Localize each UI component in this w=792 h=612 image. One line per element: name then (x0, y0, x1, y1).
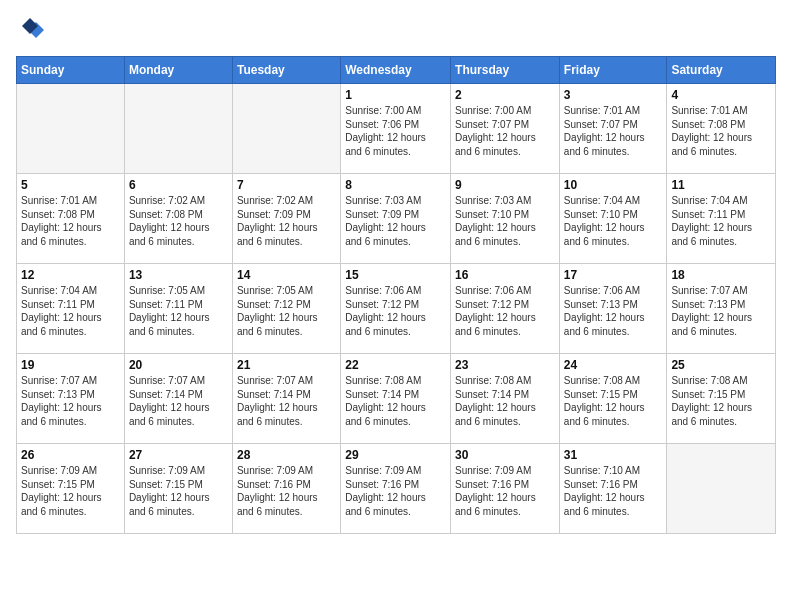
day-number: 13 (129, 268, 228, 282)
calendar-cell (667, 444, 776, 534)
day-number: 9 (455, 178, 555, 192)
day-number: 7 (237, 178, 336, 192)
calendar-cell: 17Sunrise: 7:06 AM Sunset: 7:13 PM Dayli… (559, 264, 667, 354)
calendar-cell: 30Sunrise: 7:09 AM Sunset: 7:16 PM Dayli… (451, 444, 560, 534)
day-number: 1 (345, 88, 446, 102)
day-info: Sunrise: 7:04 AM Sunset: 7:11 PM Dayligh… (21, 284, 120, 338)
day-number: 5 (21, 178, 120, 192)
day-number: 18 (671, 268, 771, 282)
calendar-cell: 15Sunrise: 7:06 AM Sunset: 7:12 PM Dayli… (341, 264, 451, 354)
calendar-cell: 20Sunrise: 7:07 AM Sunset: 7:14 PM Dayli… (124, 354, 232, 444)
day-info: Sunrise: 7:08 AM Sunset: 7:14 PM Dayligh… (345, 374, 446, 428)
day-number: 12 (21, 268, 120, 282)
calendar-cell: 8Sunrise: 7:03 AM Sunset: 7:09 PM Daylig… (341, 174, 451, 264)
day-info: Sunrise: 7:00 AM Sunset: 7:06 PM Dayligh… (345, 104, 446, 158)
calendar-cell: 18Sunrise: 7:07 AM Sunset: 7:13 PM Dayli… (667, 264, 776, 354)
day-info: Sunrise: 7:08 AM Sunset: 7:15 PM Dayligh… (671, 374, 771, 428)
weekday-header-tuesday: Tuesday (232, 57, 340, 84)
day-info: Sunrise: 7:02 AM Sunset: 7:08 PM Dayligh… (129, 194, 228, 248)
calendar-cell: 3Sunrise: 7:01 AM Sunset: 7:07 PM Daylig… (559, 84, 667, 174)
day-info: Sunrise: 7:06 AM Sunset: 7:13 PM Dayligh… (564, 284, 663, 338)
day-info: Sunrise: 7:09 AM Sunset: 7:16 PM Dayligh… (237, 464, 336, 518)
day-info: Sunrise: 7:10 AM Sunset: 7:16 PM Dayligh… (564, 464, 663, 518)
day-number: 24 (564, 358, 663, 372)
day-info: Sunrise: 7:09 AM Sunset: 7:15 PM Dayligh… (21, 464, 120, 518)
calendar-cell: 13Sunrise: 7:05 AM Sunset: 7:11 PM Dayli… (124, 264, 232, 354)
calendar-cell (232, 84, 340, 174)
day-info: Sunrise: 7:07 AM Sunset: 7:14 PM Dayligh… (237, 374, 336, 428)
weekday-header-wednesday: Wednesday (341, 57, 451, 84)
day-info: Sunrise: 7:04 AM Sunset: 7:10 PM Dayligh… (564, 194, 663, 248)
day-number: 6 (129, 178, 228, 192)
day-info: Sunrise: 7:01 AM Sunset: 7:08 PM Dayligh… (21, 194, 120, 248)
day-info: Sunrise: 7:09 AM Sunset: 7:16 PM Dayligh… (455, 464, 555, 518)
weekday-header-thursday: Thursday (451, 57, 560, 84)
day-info: Sunrise: 7:02 AM Sunset: 7:09 PM Dayligh… (237, 194, 336, 248)
week-row-5: 26Sunrise: 7:09 AM Sunset: 7:15 PM Dayli… (17, 444, 776, 534)
day-info: Sunrise: 7:03 AM Sunset: 7:10 PM Dayligh… (455, 194, 555, 248)
day-number: 3 (564, 88, 663, 102)
logo (16, 16, 48, 44)
day-number: 2 (455, 88, 555, 102)
week-row-4: 19Sunrise: 7:07 AM Sunset: 7:13 PM Dayli… (17, 354, 776, 444)
calendar-cell: 14Sunrise: 7:05 AM Sunset: 7:12 PM Dayli… (232, 264, 340, 354)
calendar-cell: 19Sunrise: 7:07 AM Sunset: 7:13 PM Dayli… (17, 354, 125, 444)
calendar-cell: 28Sunrise: 7:09 AM Sunset: 7:16 PM Dayli… (232, 444, 340, 534)
calendar-cell: 29Sunrise: 7:09 AM Sunset: 7:16 PM Dayli… (341, 444, 451, 534)
day-number: 15 (345, 268, 446, 282)
calendar-cell: 24Sunrise: 7:08 AM Sunset: 7:15 PM Dayli… (559, 354, 667, 444)
day-info: Sunrise: 7:00 AM Sunset: 7:07 PM Dayligh… (455, 104, 555, 158)
day-number: 19 (21, 358, 120, 372)
logo-icon (16, 16, 44, 44)
calendar-cell (17, 84, 125, 174)
calendar-cell: 23Sunrise: 7:08 AM Sunset: 7:14 PM Dayli… (451, 354, 560, 444)
day-number: 16 (455, 268, 555, 282)
day-info: Sunrise: 7:07 AM Sunset: 7:14 PM Dayligh… (129, 374, 228, 428)
day-info: Sunrise: 7:08 AM Sunset: 7:14 PM Dayligh… (455, 374, 555, 428)
calendar-cell: 31Sunrise: 7:10 AM Sunset: 7:16 PM Dayli… (559, 444, 667, 534)
day-number: 20 (129, 358, 228, 372)
day-number: 29 (345, 448, 446, 462)
day-number: 14 (237, 268, 336, 282)
day-number: 17 (564, 268, 663, 282)
weekday-header-saturday: Saturday (667, 57, 776, 84)
day-info: Sunrise: 7:09 AM Sunset: 7:16 PM Dayligh… (345, 464, 446, 518)
day-number: 23 (455, 358, 555, 372)
day-info: Sunrise: 7:04 AM Sunset: 7:11 PM Dayligh… (671, 194, 771, 248)
day-info: Sunrise: 7:08 AM Sunset: 7:15 PM Dayligh… (564, 374, 663, 428)
day-info: Sunrise: 7:01 AM Sunset: 7:08 PM Dayligh… (671, 104, 771, 158)
day-info: Sunrise: 7:06 AM Sunset: 7:12 PM Dayligh… (455, 284, 555, 338)
calendar-cell: 22Sunrise: 7:08 AM Sunset: 7:14 PM Dayli… (341, 354, 451, 444)
week-row-3: 12Sunrise: 7:04 AM Sunset: 7:11 PM Dayli… (17, 264, 776, 354)
weekday-header-sunday: Sunday (17, 57, 125, 84)
day-number: 11 (671, 178, 771, 192)
calendar-cell (124, 84, 232, 174)
calendar-cell: 26Sunrise: 7:09 AM Sunset: 7:15 PM Dayli… (17, 444, 125, 534)
calendar-cell: 27Sunrise: 7:09 AM Sunset: 7:15 PM Dayli… (124, 444, 232, 534)
day-number: 26 (21, 448, 120, 462)
day-info: Sunrise: 7:01 AM Sunset: 7:07 PM Dayligh… (564, 104, 663, 158)
calendar-cell: 1Sunrise: 7:00 AM Sunset: 7:06 PM Daylig… (341, 84, 451, 174)
day-info: Sunrise: 7:07 AM Sunset: 7:13 PM Dayligh… (21, 374, 120, 428)
day-number: 25 (671, 358, 771, 372)
day-info: Sunrise: 7:06 AM Sunset: 7:12 PM Dayligh… (345, 284, 446, 338)
day-number: 30 (455, 448, 555, 462)
day-number: 8 (345, 178, 446, 192)
calendar-cell: 7Sunrise: 7:02 AM Sunset: 7:09 PM Daylig… (232, 174, 340, 264)
calendar-cell: 25Sunrise: 7:08 AM Sunset: 7:15 PM Dayli… (667, 354, 776, 444)
weekday-header-monday: Monday (124, 57, 232, 84)
day-info: Sunrise: 7:03 AM Sunset: 7:09 PM Dayligh… (345, 194, 446, 248)
day-number: 4 (671, 88, 771, 102)
calendar-cell: 21Sunrise: 7:07 AM Sunset: 7:14 PM Dayli… (232, 354, 340, 444)
calendar-cell: 9Sunrise: 7:03 AM Sunset: 7:10 PM Daylig… (451, 174, 560, 264)
calendar-cell: 12Sunrise: 7:04 AM Sunset: 7:11 PM Dayli… (17, 264, 125, 354)
page-header (16, 16, 776, 44)
week-row-1: 1Sunrise: 7:00 AM Sunset: 7:06 PM Daylig… (17, 84, 776, 174)
day-info: Sunrise: 7:09 AM Sunset: 7:15 PM Dayligh… (129, 464, 228, 518)
calendar-cell: 5Sunrise: 7:01 AM Sunset: 7:08 PM Daylig… (17, 174, 125, 264)
weekday-header-row: SundayMondayTuesdayWednesdayThursdayFrid… (17, 57, 776, 84)
day-number: 21 (237, 358, 336, 372)
day-number: 10 (564, 178, 663, 192)
day-number: 28 (237, 448, 336, 462)
calendar-cell: 11Sunrise: 7:04 AM Sunset: 7:11 PM Dayli… (667, 174, 776, 264)
